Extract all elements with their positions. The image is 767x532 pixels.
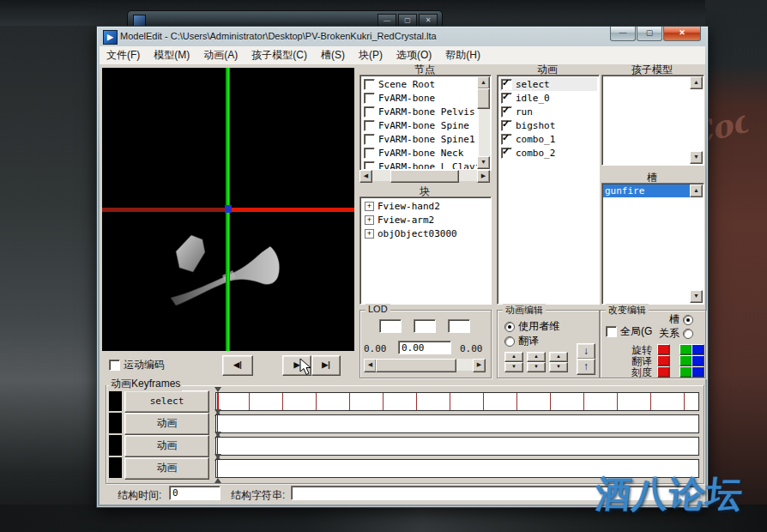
node-row[interactable]: FvARM-bone L Clavicle [362,160,478,169]
timeline-track-3[interactable] [215,437,699,456]
to-start-button[interactable]: ◀| [222,355,253,376]
keyframe-color-swatch[interactable] [109,435,122,456]
node-checkbox[interactable] [364,148,375,159]
spin-down-icon[interactable]: ▼ [549,362,568,372]
bgwin-close-button[interactable]: ✕ [419,14,438,27]
translate-x-button[interactable] [657,355,670,366]
spin-up-icon[interactable]: ▲ [549,352,568,362]
tree-row[interactable]: Fview-hand2 [361,199,490,213]
minimize-button[interactable]: — [610,27,636,41]
node-checkbox[interactable] [364,79,375,90]
spin-up-icon[interactable]: ▲ [527,352,546,362]
tree-row[interactable]: Fview-arm2 [361,213,490,227]
scroll-thumb[interactable] [390,170,459,183]
scroll-right-icon[interactable]: ▶ [477,170,490,183]
node-row[interactable]: Scene Root [362,77,478,91]
animation-row[interactable]: combo_1 [499,132,597,146]
scroll-down-icon[interactable]: ▼ [690,151,703,164]
spin-up-icon[interactable]: ▲ [504,352,523,362]
node-row[interactable]: FvARM-bone [362,91,478,105]
scroll-up-icon[interactable]: ▲ [477,76,490,89]
child-models-scrollbar[interactable]: ▲ ▼ [692,76,703,164]
menu-file[interactable]: 文件(F) [100,46,147,65]
keyframe-button-anim-3[interactable]: 动画 [124,457,209,480]
lod-box-3[interactable] [448,319,470,333]
scroll-down-icon[interactable]: ▼ [690,290,703,303]
close-button[interactable]: ✕ [663,27,701,41]
scroll-up-icon[interactable]: ▲ [690,184,703,197]
maximize-button[interactable]: ▢ [637,27,662,41]
playhead-line[interactable] [217,438,218,455]
rotate-y-button[interactable] [679,344,692,355]
keyframe-color-swatch[interactable] [109,457,122,478]
radio-user-icon[interactable] [504,322,515,332]
blocks-tree[interactable]: Fview-hand2 Fview-arm2 objObject03000 [359,196,492,305]
slot-row-selected[interactable]: gunfire [603,184,691,197]
anim-checkbox-checked[interactable] [501,148,512,159]
anim-checkbox-checked[interactable] [501,120,512,131]
marker-top-icon[interactable] [214,387,221,392]
playhead-line[interactable] [217,415,218,432]
anim-checkbox-checked[interactable] [501,106,512,118]
lod-box-2[interactable] [414,319,436,333]
spin-down-icon[interactable]: ▼ [504,362,523,372]
radio-row-translate[interactable]: 翻译 [504,334,539,348]
lod-value-input[interactable] [398,341,451,354]
menu-model[interactable]: 模型(M) [147,46,196,65]
scale-x-button[interactable] [657,366,670,378]
keyframe-button-anim-1[interactable]: 动画 [124,413,209,435]
bgwin-minimize-button[interactable]: — [377,14,396,27]
scroll-down-icon[interactable]: ▼ [477,156,490,169]
scroll-up-icon[interactable]: ▲ [690,76,703,89]
radio-row-user[interactable]: 使用者维 [504,319,559,334]
keyframe-color-swatch[interactable] [109,413,122,433]
node-row[interactable]: FvARM-bone Pelvis [362,105,478,118]
spin-down-icon[interactable]: ▼ [527,362,546,372]
node-checkbox[interactable] [364,161,375,170]
rotate-z-button[interactable] [692,344,704,355]
node-row[interactable]: FvARM-bone Neck [362,146,478,160]
motion-checkbox[interactable] [109,360,120,371]
node-row[interactable]: FvARM-bone Spine [362,118,478,132]
scroll-right-icon[interactable]: ▶ [473,359,486,372]
node-checkbox[interactable] [364,120,375,131]
spinner-1[interactable]: ▲ ▼ [504,352,523,372]
struct-time-input[interactable] [169,486,220,500]
playhead-line[interactable] [217,393,219,410]
anim-checkbox-checked[interactable] [501,93,512,104]
scroll-thumb[interactable] [376,359,456,372]
animation-row[interactable]: combo_2 [499,146,597,160]
menu-socket[interactable]: 槽(S) [314,46,352,65]
animations-list[interactable]: select idle_0 run bigshot combo_1 combo_… [497,75,600,305]
node-checkbox[interactable] [364,134,375,145]
scroll-left-icon[interactable]: ◀ [364,359,377,372]
radio-translate-icon[interactable] [504,336,515,347]
spinner-3[interactable]: ▲ ▼ [549,352,568,372]
to-end-button[interactable]: ▶| [311,355,341,376]
lod-box-1[interactable] [379,319,402,333]
keyframe-color-swatch[interactable] [109,390,122,411]
node-checkbox[interactable] [364,93,375,104]
timeline-track-2[interactable] [215,414,699,433]
relation-radio-icon[interactable] [683,329,693,339]
timeline-track-1[interactable] [215,392,699,411]
marker-top-icon[interactable] [214,432,221,437]
slot-radio-row[interactable]: 槽 [669,312,697,327]
expand-icon[interactable] [365,202,374,211]
slots-scrollbar[interactable]: ▲ ▼ [692,184,703,303]
slots-list[interactable]: gunfire ▲ ▼ [601,183,704,305]
animation-row[interactable]: bigshot [499,118,597,132]
expand-icon[interactable] [365,215,374,225]
anim-checkbox-checked[interactable] [501,134,512,145]
keyframe-button-select[interactable]: select [124,390,209,413]
global-checkbox-row[interactable]: 全局(G [606,324,652,339]
lod-scrollbar[interactable]: ◀ ▶ [364,359,486,371]
tree-row[interactable]: objObject03000 [361,227,490,240]
spinner-2[interactable]: ▲ ▼ [527,352,546,372]
move-up-button[interactable]: ↑ [577,359,595,375]
titlebar[interactable]: ▶ ModelEdit - C:\Users\Administrator\Des… [97,27,708,46]
nodes-list[interactable]: Scene Root FvARM-bone FvARM-bone Pelvis … [359,75,492,171]
marker-bottom-icon[interactable] [214,478,221,483]
animation-row-selected[interactable]: select [499,77,597,91]
menu-animation[interactable]: 动画(A) [196,46,245,65]
